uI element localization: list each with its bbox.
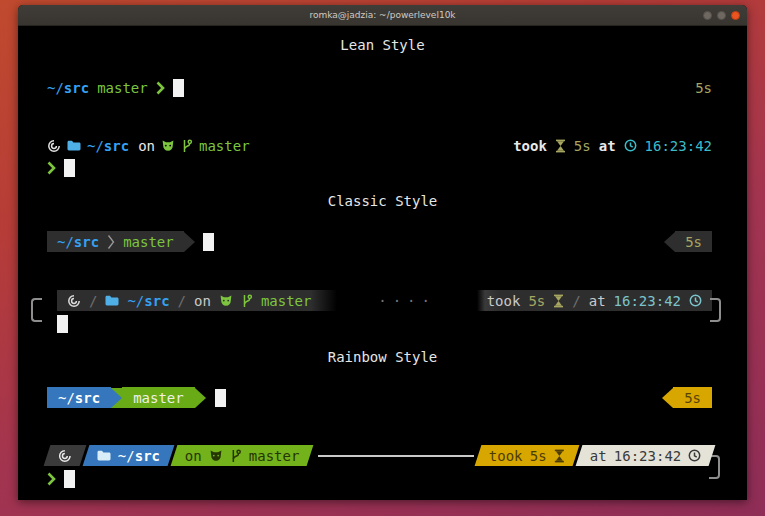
text-cursor[interactable] [64, 159, 75, 177]
section-heading-classic: Classic Style [18, 193, 747, 212]
current-time: 16:23:42 [645, 138, 712, 154]
git-branch-icon [181, 139, 193, 153]
current-time: 16:23:42 [614, 293, 681, 309]
powerline-segment-dir-git: ~/src master [47, 231, 184, 252]
git-branch-icon [241, 294, 253, 308]
octocat-icon [161, 139, 175, 152]
classic-prompt-1: ~/src master 5s [47, 231, 712, 252]
dir-prefix: ~/ [87, 138, 104, 154]
command-duration: 5s [685, 234, 702, 250]
powerline-segment-right: took 5s / at 16:23:42 [477, 290, 712, 311]
git-branch-name: master [199, 138, 250, 154]
text-cursor[interactable] [57, 315, 68, 333]
terminal-window: romka@jadzia: ~/powerlevel10k Lean Style… [18, 5, 747, 500]
prompt-connector-line [318, 455, 475, 457]
git-branch-icon [230, 449, 242, 463]
rainbow-segment-time: at 16:23:42 [575, 445, 715, 466]
prompt-frame-left [31, 298, 42, 322]
at-label: at [590, 448, 607, 464]
rainbow-segment-git: master [122, 387, 195, 408]
section-heading-lean: Lean Style [18, 37, 747, 56]
dir-prefix: ~/ [47, 80, 64, 96]
current-directory: ~/src [58, 390, 100, 406]
dir-name: src [135, 448, 160, 464]
segment-separator: / [572, 293, 580, 309]
lean-prompt-2-info: ~/src on master took 5s at 16:23:42 [47, 135, 712, 156]
rainbow-segment-os [44, 445, 87, 466]
os-swirl-icon [47, 139, 61, 153]
prompt-arrow-icon [47, 472, 56, 486]
dir-name: src [104, 138, 129, 154]
clock-icon [688, 449, 701, 462]
git-branch-name: master [133, 390, 184, 406]
close-button[interactable] [731, 11, 740, 20]
dir-name: src [75, 390, 100, 406]
took-label: took [489, 448, 523, 464]
hourglass-icon [553, 294, 564, 308]
git-branch-name: master [123, 234, 174, 250]
dir-prefix: ~/ [127, 293, 144, 309]
git-branch-name: master [261, 293, 312, 309]
command-duration: 5s [695, 80, 712, 96]
desktop-background: romka@jadzia: ~/powerlevel10k Lean Style… [0, 0, 765, 516]
current-directory: ~/src [118, 448, 160, 464]
powerline-end-cap [184, 232, 195, 252]
git-branch-name: master [97, 80, 148, 96]
current-directory: ~/src [47, 80, 89, 96]
took-label: took [513, 138, 547, 154]
segment-separator-icon [107, 234, 115, 250]
at-label: at [599, 138, 616, 154]
prompt-arrow-icon [156, 81, 165, 95]
dir-prefix: ~/ [57, 234, 74, 250]
on-label: on [138, 138, 155, 154]
lean-prompt-1: ~/src master 5s [47, 77, 712, 98]
dir-prefix: ~/ [118, 448, 135, 464]
section-heading-rainbow: Rainbow Style [18, 349, 747, 368]
folder-icon [105, 295, 119, 306]
dir-name: src [74, 234, 99, 250]
text-cursor[interactable] [173, 79, 184, 97]
segment-separator: / [89, 293, 97, 309]
hourglass-icon [554, 449, 565, 463]
rainbow-segment-duration: 5s [673, 387, 712, 408]
segment-separator: / [178, 293, 186, 309]
powerline-left-cap [664, 232, 675, 252]
text-cursor[interactable] [203, 233, 214, 251]
rainbow-segment-dir: ~/src [83, 445, 175, 466]
on-label: on [185, 448, 202, 464]
octocat-icon [219, 294, 233, 307]
hourglass-icon [555, 139, 566, 153]
maximize-button[interactable] [717, 11, 726, 20]
took-label: took [487, 293, 521, 309]
titlebar[interactable]: romka@jadzia: ~/powerlevel10k [18, 5, 747, 26]
current-directory: ~/src [57, 234, 99, 250]
folder-icon [67, 140, 81, 151]
command-duration: 5s [684, 390, 701, 406]
powerline-left-cap [662, 388, 673, 408]
rainbow-segment-git: on master [171, 445, 314, 466]
os-swirl-icon [67, 294, 81, 308]
dir-name: src [144, 293, 169, 309]
on-label: on [194, 293, 211, 309]
current-directory: ~/src [127, 293, 169, 309]
prompt-gap-dots: ···· [337, 293, 476, 309]
powerline-end-cap [195, 388, 206, 408]
powerline-segment-duration: 5s [675, 231, 712, 252]
command-duration: 5s [530, 448, 547, 464]
at-label: at [589, 293, 606, 309]
window-controls [703, 5, 740, 25]
powerline-join [111, 388, 122, 408]
text-cursor[interactable] [215, 389, 226, 407]
rainbow-prompt-1: ~/src master 5s [47, 387, 712, 408]
terminal-content[interactable]: Lean Style ~/src master 5s ~/src on [18, 26, 747, 500]
octocat-icon [209, 449, 223, 462]
rainbow-prompt-2: ~/src on master took 5s [47, 445, 712, 489]
prompt-arrow-icon [47, 161, 56, 175]
current-time: 16:23:42 [614, 448, 681, 464]
command-duration: 5s [528, 293, 545, 309]
minimize-button[interactable] [703, 11, 712, 20]
text-cursor[interactable] [64, 470, 75, 488]
clock-icon [689, 294, 702, 307]
os-swirl-icon [58, 449, 72, 463]
clock-icon [624, 139, 637, 152]
